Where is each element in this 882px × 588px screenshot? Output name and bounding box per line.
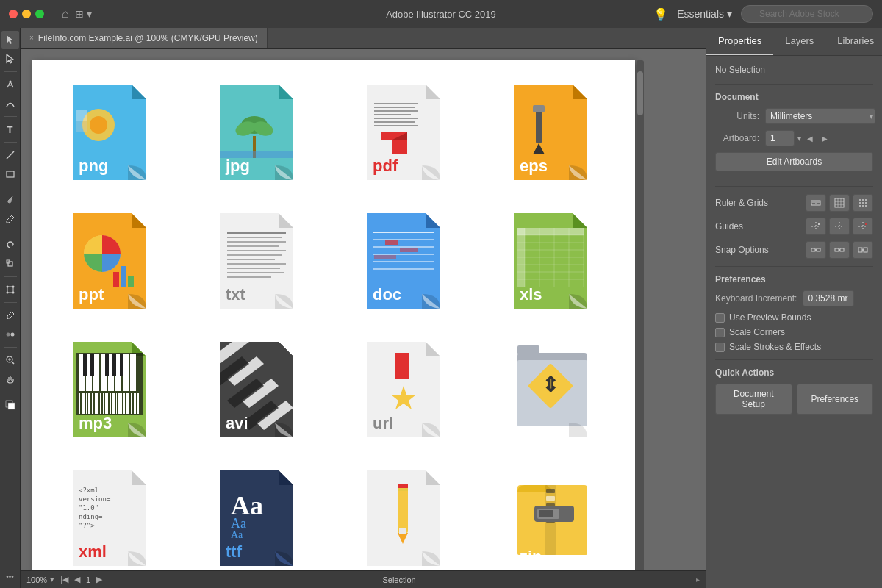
zoom-control[interactable]: 100% ▾ <box>26 575 54 584</box>
line-tool-button[interactable] <box>1 146 19 164</box>
scale-corners-checkbox[interactable] <box>715 328 725 337</box>
units-select[interactable]: Millimeters Pixels Inches Centimeters Po… <box>765 108 875 124</box>
svg-marker-30 <box>279 85 293 99</box>
close-window-button[interactable] <box>9 10 18 18</box>
hand-tool-button[interactable] <box>1 370 19 388</box>
svg-rect-179 <box>546 489 555 493</box>
curvature-tool-button[interactable] <box>1 95 19 112</box>
svg-rect-8 <box>7 287 13 293</box>
svg-text:xml: xml <box>79 542 107 561</box>
ai-icon-cell <box>335 455 479 570</box>
canvas-scrollbar[interactable] <box>637 60 644 570</box>
doc-tab-close[interactable]: × <box>29 34 34 42</box>
fill-color-button[interactable] <box>1 396 19 414</box>
pen-tool-button[interactable] <box>1 76 19 93</box>
titlebar: ⌂ ⊞ ▾ Adobe Illustrator CC 2019 💡 Essent… <box>0 0 882 28</box>
svg-marker-0 <box>7 35 13 44</box>
svg-line-3 <box>7 151 14 159</box>
tool-separator-9 <box>4 392 17 392</box>
direct-selection-tool-button[interactable] <box>1 50 19 68</box>
svg-rect-137 <box>134 393 136 414</box>
artboard-input[interactable] <box>765 130 795 146</box>
essentials-button[interactable]: Essentials ▾ <box>677 8 732 20</box>
mp3-file-icon: mp3 <box>73 342 154 437</box>
tab-libraries[interactable]: Libraries <box>825 28 882 55</box>
svg-marker-63 <box>279 213 293 228</box>
tab-properties-label: Properties <box>718 35 761 46</box>
svg-rect-120 <box>120 354 123 376</box>
snap-icon-btn-3[interactable] <box>853 241 873 259</box>
lightbulb-icon[interactable]: 💡 <box>653 7 668 21</box>
zoom-dropdown-icon[interactable]: ▾ <box>50 575 54 584</box>
svg-rect-118 <box>105 354 109 376</box>
grid-icon-btn[interactable] <box>829 194 850 212</box>
scale-strokes-checkbox[interactable] <box>715 343 725 352</box>
document-setup-button[interactable]: Document Setup <box>715 384 792 415</box>
svg-rect-83 <box>373 268 434 270</box>
type-tool-button[interactable]: T <box>1 121 19 138</box>
guide-clear-icon-btn[interactable] <box>853 218 873 235</box>
more-tools-button[interactable]: ••• <box>1 567 19 585</box>
paintbrush-tool-button[interactable] <box>1 191 19 209</box>
snap-icon-btn-1[interactable] <box>806 241 826 259</box>
tab-properties[interactable]: Properties <box>706 28 773 55</box>
svg-rect-218 <box>817 248 820 251</box>
svg-point-10 <box>12 286 14 288</box>
use-preview-bounds-label: Use Preview Bounds <box>729 312 811 323</box>
nav-prev-btn[interactable]: ◀ <box>74 575 80 584</box>
artboard-dropdown-icon[interactable]: ▾ <box>797 135 801 143</box>
zoom-tool-button[interactable] <box>1 351 19 369</box>
zip-icon-cell: zip <box>482 455 626 570</box>
selection-tool-button[interactable] <box>1 31 19 49</box>
search-input[interactable] <box>741 5 873 23</box>
document-tab[interactable]: × FileInfo.com Example.ai @ 100% (CMYK/G… <box>21 28 268 48</box>
canvas-scroll[interactable]: png <box>21 49 706 570</box>
scale-tool-button[interactable] <box>1 255 19 273</box>
svg-rect-135 <box>126 393 129 414</box>
svg-rect-81 <box>373 254 434 255</box>
ruler-icon-btn[interactable] <box>806 194 826 212</box>
snap-icon-btn-2[interactable] <box>829 241 850 259</box>
panel-tabs: Properties Layers Libraries <box>706 28 882 56</box>
maximize-window-button[interactable] <box>35 10 44 18</box>
snap-options-row: Snap Options <box>715 241 873 259</box>
artboard-number: 1 <box>86 576 90 584</box>
home-icon[interactable]: ⌂ <box>62 7 69 21</box>
rectangle-tool-button[interactable] <box>1 165 19 183</box>
preferences-button[interactable]: Preferences <box>797 384 874 415</box>
eyedropper-tool-button[interactable] <box>1 306 19 324</box>
svg-text:⇕: ⇕ <box>542 373 559 396</box>
tool-separator-5 <box>4 232 17 232</box>
selection-mode: Selection <box>108 576 690 584</box>
blend-tool-button[interactable] <box>1 326 19 343</box>
svg-rect-138 <box>137 393 139 414</box>
free-transform-tool-button[interactable] <box>1 281 19 298</box>
edit-artboards-button[interactable]: Edit Artboards <box>715 152 873 171</box>
artboard-prev-arrow[interactable]: ◀ <box>804 133 816 144</box>
svg-text:ttf: ttf <box>226 542 243 561</box>
svg-point-205 <box>859 205 861 207</box>
svg-text:mp3: mp3 <box>79 414 112 432</box>
svg-rect-131 <box>112 393 115 414</box>
use-preview-bounds-checkbox[interactable] <box>715 313 725 323</box>
dotgrid-icon-btn[interactable] <box>853 194 873 212</box>
essentials-label: Essentials <box>677 8 724 20</box>
scrollbar-thumb[interactable] <box>637 71 643 115</box>
svg-rect-220 <box>835 248 839 251</box>
tool-separator-6 <box>4 276 17 277</box>
svg-text:jpg: jpg <box>225 157 250 175</box>
svg-text:"1.0": "1.0" <box>79 504 98 512</box>
guide-add-icon-btn[interactable] <box>806 218 826 235</box>
svg-rect-136 <box>131 393 132 414</box>
guide-edit-icon-btn[interactable] <box>829 218 850 235</box>
nav-next-btn[interactable]: ▶ <box>96 575 102 584</box>
rotate-tool-button[interactable] <box>1 236 19 254</box>
nav-first-btn[interactable]: |◀ <box>60 575 68 584</box>
quick-actions-buttons: Document Setup Preferences <box>715 384 873 415</box>
tab-layers[interactable]: Layers <box>773 28 825 55</box>
artboard-next-arrow[interactable]: ▶ <box>819 133 831 144</box>
svg-text:version=: version= <box>79 495 111 503</box>
grid-icon[interactable]: ⊞ ▾ <box>75 8 92 20</box>
pencil-tool-button[interactable] <box>1 210 19 228</box>
minimize-window-button[interactable] <box>22 10 31 18</box>
